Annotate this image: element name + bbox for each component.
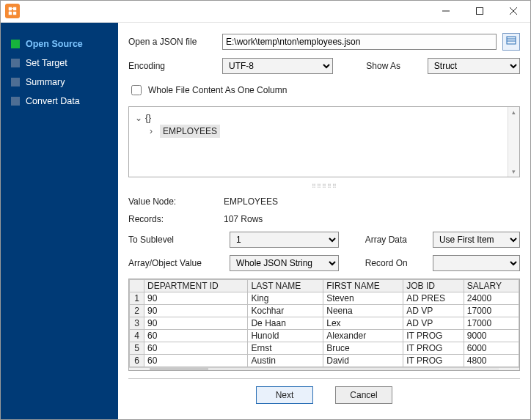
table-cell[interactable]: 24000 (464, 292, 519, 304)
app-icon (5, 4, 20, 18)
table-cell[interactable]: Lex (323, 317, 403, 329)
step-marker-icon (11, 59, 20, 67)
table-cell[interactable]: AD VP (403, 317, 464, 329)
json-tree[interactable]: ⌄ {} › EMPLOYEES ▴▾ (128, 106, 520, 177)
encoding-select[interactable]: UTF-8 (222, 58, 333, 74)
table-cell[interactable]: Bruce (323, 342, 403, 354)
step-label: Summary (26, 77, 65, 87)
browse-button[interactable] (502, 33, 520, 51)
table-cell[interactable]: Austin (248, 354, 323, 366)
records-value: 107 Rows (224, 214, 263, 224)
table-cell[interactable]: 6000 (464, 342, 519, 354)
svg-rect-0 (9, 7, 12, 10)
table-cell[interactable]: Steven (323, 292, 403, 304)
table-cell[interactable]: King (248, 292, 323, 304)
to-sublevel-label: To Sublevel (128, 235, 224, 245)
table-cell[interactable]: David (323, 354, 403, 366)
step-summary[interactable]: Summary (1, 73, 118, 92)
table-cell[interactable]: 90 (144, 304, 248, 317)
column-header[interactable]: JOB ID (403, 279, 464, 292)
column-header[interactable]: DEPARTMENT ID (144, 279, 248, 292)
step-convert-data[interactable]: Convert Data (1, 92, 118, 111)
minimize-button[interactable] (429, 1, 463, 22)
value-node-value: EMPLOYEES (224, 196, 278, 207)
table-cell[interactable]: Hunold (248, 329, 323, 342)
preview-table[interactable]: DEPARTMENT ID LAST NAME FIRST NAME JOB I… (129, 279, 519, 367)
column-header[interactable]: FIRST NAME (323, 279, 403, 292)
table-cell[interactable]: 60 (144, 342, 248, 354)
tree-child-node[interactable]: › EMPLOYEES (135, 125, 513, 138)
close-button[interactable] (497, 1, 530, 22)
table-cell[interactable]: 17000 (464, 304, 519, 317)
cancel-button[interactable]: Cancel (335, 386, 392, 404)
table-cell[interactable]: 4800 (464, 354, 519, 366)
table-row[interactable]: 290KochharNeenaAD VP17000 (130, 304, 519, 317)
table-row[interactable]: 560ErnstBruceIT PROG6000 (130, 342, 519, 354)
value-node-label: Value Node: (128, 196, 224, 207)
row-number-cell: 2 (130, 304, 144, 317)
tree-vertical-scrollbar[interactable]: ▴▾ (508, 107, 519, 177)
table-cell[interactable]: Neena (323, 304, 403, 317)
to-sublevel-select[interactable]: 1 (230, 232, 339, 248)
step-label: Convert Data (26, 96, 80, 106)
main-panel: Open a JSON file Encoding UTF-8 Show As … (118, 23, 530, 419)
array-data-label: Array Data (365, 235, 427, 245)
next-button[interactable]: Next (256, 386, 313, 404)
table-cell[interactable]: 90 (144, 292, 248, 304)
whole-file-checkbox[interactable] (131, 85, 142, 95)
tree-node-label: {} (145, 111, 151, 125)
table-cell[interactable]: IT PROG (403, 342, 464, 354)
tree-node-label: EMPLOYEES (160, 125, 220, 138)
table-cell[interactable]: IT PROG (403, 329, 464, 342)
column-header[interactable]: SALARY (464, 279, 519, 292)
row-number-cell: 1 (130, 292, 144, 304)
svg-rect-3 (13, 12, 16, 15)
table-row[interactable]: 460HunoldAlexanderIT PROG9000 (130, 329, 519, 342)
row-number-cell: 4 (130, 329, 144, 342)
file-path-input[interactable] (222, 34, 497, 50)
table-cell[interactable]: 60 (144, 329, 248, 342)
table-cell[interactable]: 60 (144, 354, 248, 366)
table-cell[interactable]: 17000 (464, 317, 519, 329)
wizard-sidebar: Open Source Set Target Summary Convert D… (1, 23, 118, 419)
table-cell[interactable]: AD VP (403, 304, 464, 317)
column-header[interactable]: LAST NAME (248, 279, 323, 292)
table-cell[interactable]: Alexander (323, 329, 403, 342)
step-marker-icon (11, 78, 20, 86)
table-cell[interactable]: 9000 (464, 329, 519, 342)
table-cell[interactable]: 90 (144, 317, 248, 329)
show-as-select[interactable]: Struct (428, 58, 520, 74)
table-row[interactable]: 190KingStevenAD PRES24000 (130, 292, 519, 304)
step-marker-icon (11, 40, 20, 48)
svg-rect-1 (13, 7, 16, 10)
records-label: Records: (128, 214, 224, 224)
step-set-target[interactable]: Set Target (1, 54, 118, 73)
table-cell[interactable]: AD PRES (403, 292, 464, 304)
table-cell[interactable]: Ernst (248, 342, 323, 354)
preview-table-container: DEPARTMENT ID LAST NAME FIRST NAME JOB I… (128, 279, 520, 371)
chevron-right-icon[interactable]: › (150, 125, 157, 138)
array-data-select[interactable]: Use First Item (433, 232, 520, 248)
table-row[interactable]: 660AustinDavidIT PROG4800 (130, 354, 519, 366)
row-number-cell: 3 (130, 317, 144, 329)
array-object-select[interactable]: Whole JSON String (230, 255, 339, 271)
record-on-select[interactable] (433, 255, 520, 271)
maximize-button[interactable] (463, 1, 497, 22)
splitter-grip[interactable]: ⠿⠿⠿⠿⠿ (128, 185, 520, 189)
tree-root-node[interactable]: ⌄ {} (135, 111, 513, 125)
table-cell[interactable]: IT PROG (403, 354, 464, 366)
show-as-label: Show As (366, 61, 422, 71)
table-cell[interactable]: Kochhar (248, 304, 323, 317)
chevron-down-icon[interactable]: ⌄ (135, 111, 142, 125)
titlebar (1, 1, 530, 23)
file-browse-icon (506, 35, 516, 48)
whole-file-label: Whole File Content As One Column (148, 85, 287, 95)
step-label: Open Source (26, 39, 83, 49)
table-cell[interactable]: De Haan (248, 317, 323, 329)
wizard-window: Open Source Set Target Summary Convert D… (0, 0, 531, 420)
table-row[interactable]: 390De HaanLexAD VP17000 (130, 317, 519, 329)
svg-rect-10 (507, 37, 516, 44)
step-open-source[interactable]: Open Source (1, 34, 118, 54)
table-horizontal-scrollbar[interactable]: ◂ ▸ (129, 367, 519, 371)
record-on-label: Record On (365, 258, 427, 268)
